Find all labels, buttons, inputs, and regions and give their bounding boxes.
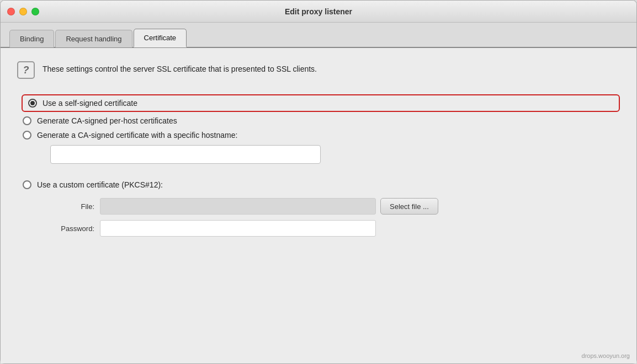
label-custom-cert: Use a custom certificate (PKCS#12): xyxy=(37,180,163,189)
tab-request-handling[interactable]: Request handling xyxy=(55,30,132,47)
window-title: Edit proxy listener xyxy=(285,7,352,16)
info-row: ? These settings control the server SSL … xyxy=(17,61,620,79)
hostname-input-container xyxy=(50,145,620,164)
radio-ca-specific-host[interactable] xyxy=(23,131,31,140)
password-input[interactable] xyxy=(100,220,376,237)
main-window: Edit proxy listener Binding Request hand… xyxy=(0,0,637,364)
tab-certificate[interactable]: Certificate xyxy=(134,29,187,47)
radio-custom-cert[interactable] xyxy=(23,180,31,189)
maximize-button[interactable] xyxy=(31,8,39,15)
option-custom-cert[interactable]: Use a custom certificate (PKCS#12): xyxy=(23,180,620,189)
password-row: Password: xyxy=(50,220,620,237)
tab-binding[interactable]: Binding xyxy=(9,30,54,47)
file-input[interactable] xyxy=(100,198,376,215)
file-row: File: Select file ... xyxy=(50,198,620,215)
content-area: ? These settings control the server SSL … xyxy=(1,48,636,363)
option-self-signed[interactable]: Use a self-signed certificate xyxy=(22,94,620,112)
info-text: These settings control the server SSL ce… xyxy=(43,61,317,75)
option-ca-specific-host[interactable]: Generate a CA-signed certificate with a … xyxy=(23,131,620,140)
help-icon: ? xyxy=(17,61,35,79)
password-label: Password: xyxy=(50,224,94,233)
watermark: drops.wooyun.org xyxy=(582,352,630,359)
select-file-button[interactable]: Select file ... xyxy=(380,198,438,215)
window-controls xyxy=(7,8,39,15)
radio-inner-self-signed xyxy=(30,101,35,105)
options-section: Use a self-signed certificate Generate C… xyxy=(17,94,620,242)
tabs-bar: Binding Request handling Certificate xyxy=(1,23,636,48)
close-button[interactable] xyxy=(7,8,15,15)
label-self-signed: Use a self-signed certificate xyxy=(43,99,137,108)
minimize-button[interactable] xyxy=(19,8,27,15)
hostname-input[interactable] xyxy=(50,145,321,164)
radio-self-signed[interactable] xyxy=(28,99,37,108)
titlebar: Edit proxy listener xyxy=(1,1,636,23)
custom-cert-section: Use a custom certificate (PKCS#12): File… xyxy=(23,180,620,242)
file-label: File: xyxy=(50,202,94,211)
label-ca-per-host: Generate CA-signed per-host certificates xyxy=(37,116,177,125)
radio-ca-per-host[interactable] xyxy=(23,116,31,125)
label-ca-specific-host: Generate a CA-signed certificate with a … xyxy=(37,131,237,140)
option-ca-per-host[interactable]: Generate CA-signed per-host certificates xyxy=(23,116,620,125)
